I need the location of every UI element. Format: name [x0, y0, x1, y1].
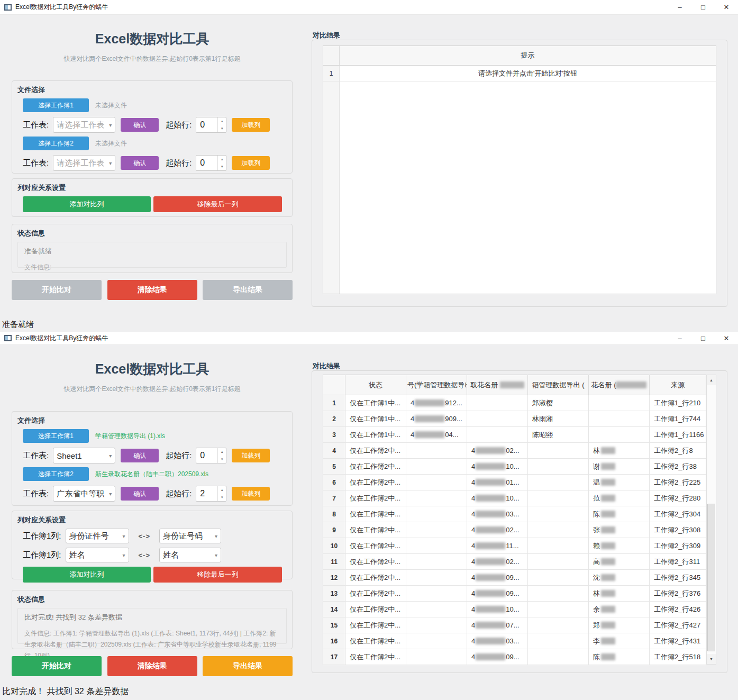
result-row[interactable]: 16仅在工作簿2中...403...李工作簿2_行431 [323, 633, 706, 649]
result-row[interactable]: 1仅在工作簿1中...4912...郑淑樱工作簿1_行210 [323, 395, 706, 411]
settings-panel: Excel数据对比工具 快速对比两个Excel文件中的数据差异,起始行0表示第1… [12, 345, 293, 684]
row-number: 12 [323, 570, 345, 586]
status-cell: 仅在工作簿2中... [345, 586, 406, 602]
result-row[interactable]: 10仅在工作簿2中...411...赖工作簿2_行309 [323, 538, 706, 554]
clear-results-button[interactable]: 清除结果 [107, 656, 197, 676]
column-header[interactable]: 籍管理数据导出 ( [528, 375, 589, 395]
row-number: 13 [323, 586, 345, 602]
close-button[interactable]: ✕ [715, 0, 738, 14]
start-compare-button[interactable]: 开始比对 [12, 280, 102, 300]
result-row[interactable]: 15仅在工作簿2中...407...郑工作簿2_行427 [323, 617, 706, 633]
result-row[interactable]: 8仅在工作簿2中...403...陈工作簿2_行304 [323, 506, 706, 522]
scrollbar-track[interactable] [707, 385, 716, 654]
load-columns1-button[interactable]: 加载列 [232, 118, 270, 132]
load-columns1-button[interactable]: 加载列 [232, 449, 270, 462]
spin-up-icon[interactable]: ▲ [218, 117, 226, 125]
remove-last-column-button[interactable]: 移除最后一列 [153, 196, 282, 212]
scrollbar-thumb[interactable] [707, 504, 715, 651]
page-title: Excel数据对比工具 [12, 360, 293, 378]
remove-last-column-button[interactable]: 移除最后一列 [153, 567, 282, 583]
add-compare-column-button[interactable]: 添加对比列 [23, 567, 151, 583]
confirm-sheet2-button[interactable]: 确认 [121, 487, 159, 501]
name-wb1-cell [528, 490, 589, 506]
censored-text [601, 542, 615, 549]
wb1-column-select[interactable]: 姓名 ▾ [66, 548, 129, 562]
vertical-scrollbar[interactable]: ▲ ▼ [706, 375, 716, 665]
result-row[interactable]: 13仅在工作簿2中...409...林工作簿2_行376 [323, 586, 706, 602]
maximize-button[interactable]: □ [691, 0, 715, 14]
sheet2-select[interactable]: 请选择工作表 ▾ [53, 155, 115, 171]
close-button[interactable]: ✕ [715, 332, 738, 344]
start-row2-stepper[interactable]: 0 ▲▼ [196, 155, 226, 171]
column-header[interactable]: 取花名册 [467, 375, 528, 395]
column-header[interactable]: 号(学籍管理数据导出 [406, 375, 467, 395]
pick-workbook2-button[interactable]: 选择工作簿2 [23, 467, 89, 481]
result-row[interactable]: 11仅在工作簿2中...402...高工作簿2_行311 [323, 554, 706, 570]
export-results-button[interactable]: 导出结果 [203, 656, 293, 676]
spin-down-icon[interactable]: ▼ [218, 163, 226, 170]
wb2-column-select[interactable]: 身份证号码 ▾ [159, 529, 221, 543]
status-cell: 仅在工作簿1中... [345, 395, 406, 411]
load-columns2-button[interactable]: 加载列 [232, 487, 270, 501]
column-header[interactable]: 状态 [345, 375, 406, 395]
start-row-label: 起始行: [166, 489, 192, 499]
sheet1-select[interactable]: 请选择工作表 ▾ [53, 117, 115, 133]
maximize-button[interactable]: □ [691, 332, 715, 344]
result-row[interactable]: 4仅在工作簿2中...402...林工作簿2_行8 [323, 443, 706, 459]
column-header-hint[interactable]: 提示 [340, 46, 716, 66]
add-compare-column-button[interactable]: 添加对比列 [23, 196, 151, 212]
spin-down-icon[interactable]: ▼ [218, 125, 226, 132]
id-number-cell: 407... [467, 617, 528, 633]
scroll-up-icon[interactable]: ▲ [707, 375, 716, 385]
start-row1-stepper[interactable]: 0 ▲▼ [196, 117, 226, 133]
censored-text [500, 381, 524, 388]
id-number-cell [406, 522, 467, 538]
result-row[interactable]: 5仅在工作簿2中...410...谢工作簿2_行38 [323, 459, 706, 475]
sheet1-select[interactable]: Sheet1 ▾ [53, 448, 115, 463]
column-header[interactable] [323, 375, 345, 395]
start-row1-stepper[interactable]: 0 ▲▼ [196, 448, 226, 463]
result-row[interactable]: 14仅在工作簿2中...410...余工作簿2_行426 [323, 602, 706, 617]
spin-up-icon[interactable]: ▲ [218, 156, 226, 163]
load-columns2-button[interactable]: 加载列 [232, 156, 270, 170]
clear-results-button[interactable]: 清除结果 [107, 280, 197, 300]
minimize-button[interactable]: – [668, 0, 691, 14]
result-row[interactable]: 17仅在工作簿2中...409...陈工作簿2_行518 [323, 649, 706, 665]
table-row[interactable]: 1 请选择文件并点击'开始比对'按钮 [323, 66, 716, 81]
pick-workbook1-button[interactable]: 选择工作簿1 [23, 98, 89, 112]
pick-workbook2-button[interactable]: 选择工作簿2 [23, 137, 89, 150]
status-bar-text: 准备就绪 [2, 320, 34, 330]
window-title: Excel数据对比工具By狂奔的蜗牛 [15, 334, 108, 343]
scroll-down-icon[interactable]: ▼ [707, 654, 716, 664]
spin-up-icon[interactable]: ▲ [218, 486, 226, 494]
result-row[interactable]: 9仅在工作簿2中...402...张工作簿2_行308 [323, 522, 706, 538]
result-row[interactable]: 2仅在工作簿1中...4909...林雨湘工作簿1_行744 [323, 411, 706, 427]
spin-down-icon[interactable]: ▼ [218, 456, 226, 463]
result-row[interactable]: 7仅在工作簿2中...410...范工作簿2_行280 [323, 490, 706, 506]
id-number-cell [406, 649, 467, 665]
result-row[interactable]: 6仅在工作簿2中...401...温工作簿2_行225 [323, 475, 706, 490]
start-row2-stepper[interactable]: 2 ▲▼ [196, 486, 226, 502]
column-header[interactable]: 来源 [650, 375, 706, 395]
confirm-sheet2-button[interactable]: 确认 [121, 156, 159, 170]
source-cell: 工作簿2_行518 [650, 649, 706, 665]
start-compare-button[interactable]: 开始比对 [12, 656, 102, 676]
minimize-button[interactable]: – [668, 332, 691, 344]
status-text: 准备就绪 [24, 247, 280, 256]
result-row[interactable]: 12仅在工作簿2中...409...沈工作簿2_行345 [323, 570, 706, 586]
sheet2-select[interactable]: 广东省中等职 ▾ [53, 486, 115, 502]
spin-up-icon[interactable]: ▲ [218, 448, 226, 456]
spin-down-icon[interactable]: ▼ [218, 494, 226, 501]
confirm-sheet1-button[interactable]: 确认 [121, 449, 159, 462]
export-results-button[interactable]: 导出结果 [203, 280, 293, 300]
confirm-sheet1-button[interactable]: 确认 [121, 118, 159, 132]
censored-text [601, 447, 615, 454]
workbook1-filename: 未选择文件 [95, 101, 127, 110]
pick-workbook1-button[interactable]: 选择工作簿1 [23, 429, 89, 443]
name-wb1-cell [528, 459, 589, 475]
id-number-cell: 402... [467, 443, 528, 459]
wb1-column-select[interactable]: 身份证件号 ▾ [66, 529, 129, 543]
wb2-column-select[interactable]: 姓名 ▾ [159, 548, 221, 562]
result-row[interactable]: 3仅在工作簿1中...404...陈昭熙工作簿1_行1166 [323, 427, 706, 443]
column-header[interactable]: 花名册 ( [589, 375, 650, 395]
